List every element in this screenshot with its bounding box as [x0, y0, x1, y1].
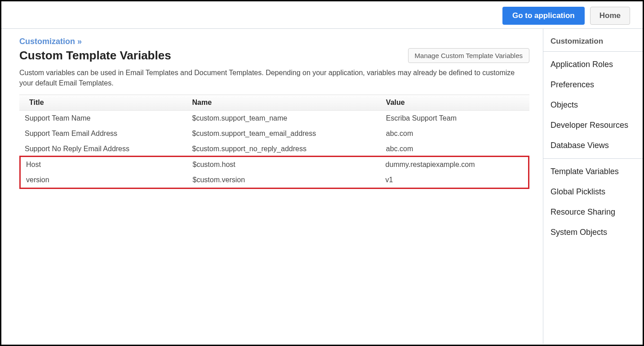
home-button[interactable]: Home [590, 7, 630, 25]
variables-table-highlighted: Host $custom.host dummy.restapiexample.c… [21, 157, 528, 188]
app-frame: Go to application Home Customization » C… [0, 0, 644, 346]
cell-title: Support Team Name [19, 111, 188, 126]
cell-name: $custom.support_team_name [188, 111, 382, 126]
sidebar: Customization Application Roles Preferen… [543, 29, 643, 344]
sidebar-item-objects[interactable]: Objects [543, 95, 643, 115]
title-row: Custom Template Variables Manage Custom … [19, 48, 529, 63]
top-bar: Go to application Home [1, 1, 643, 28]
table-header-row: Title Name Value [19, 95, 529, 111]
cell-title: Support Team Email Address [19, 126, 188, 141]
sidebar-item-preferences[interactable]: Preferences [543, 75, 643, 95]
cell-title: Host [21, 157, 188, 172]
description-text: Custom variables can be used in Email Te… [19, 67, 529, 88]
cell-value: dummy.restapiexample.com [381, 157, 528, 172]
cell-value: Escriba Support Team [382, 111, 529, 126]
cell-name: $custom.host [188, 157, 381, 172]
sidebar-item-database-views[interactable]: Database Views [543, 135, 643, 156]
sidebar-item-resource-sharing[interactable]: Resource Sharing [543, 202, 643, 222]
sidebar-section-1: Application Roles Preferences Objects De… [543, 52, 643, 159]
sidebar-item-template-variables[interactable]: Template Variables [543, 162, 643, 182]
cell-title: version [21, 172, 188, 188]
table-row[interactable]: version $custom.version v1 [21, 172, 528, 188]
breadcrumb[interactable]: Customization » [19, 37, 529, 46]
go-to-application-button[interactable]: Go to application [502, 7, 585, 25]
cell-name: $custom.support_no_reply_address [188, 141, 382, 157]
header-value: Value [382, 95, 529, 111]
manage-variables-button[interactable]: Manage Custom Template Variables [408, 48, 529, 63]
sidebar-item-global-picklists[interactable]: Global Picklists [543, 182, 643, 202]
table-row[interactable]: Host $custom.host dummy.restapiexample.c… [21, 157, 528, 172]
cell-value: v1 [381, 172, 528, 188]
cell-title: Support No Reply Email Address [19, 141, 188, 157]
variables-table: Title Name Value Support Team Name $cust… [19, 94, 529, 157]
main-content: Customization » Custom Template Variable… [6, 29, 543, 344]
page-title: Custom Template Variables [19, 49, 171, 63]
sidebar-item-application-roles[interactable]: Application Roles [543, 54, 643, 75]
cell-value: abc.com [382, 141, 529, 157]
table-row[interactable]: Support No Reply Email Address $custom.s… [19, 141, 529, 157]
table-row[interactable]: Support Team Email Address $custom.suppo… [19, 126, 529, 141]
cell-value: abc.com [382, 126, 529, 141]
sidebar-header: Customization [543, 29, 643, 52]
table-row[interactable]: Support Team Name $custom.support_team_n… [19, 111, 529, 126]
sidebar-section-2: Template Variables Global Picklists Reso… [543, 159, 643, 245]
header-title: Title [19, 95, 188, 111]
sidebar-item-system-objects[interactable]: System Objects [543, 222, 643, 243]
header-name: Name [188, 95, 382, 111]
cell-name: $custom.version [188, 172, 381, 188]
highlight-annotation: Host $custom.host dummy.restapiexample.c… [19, 156, 529, 189]
sidebar-item-developer-resources[interactable]: Developer Resources [543, 115, 643, 135]
cell-name: $custom.support_team_email_address [188, 126, 382, 141]
layout: Customization » Custom Template Variable… [1, 28, 643, 344]
